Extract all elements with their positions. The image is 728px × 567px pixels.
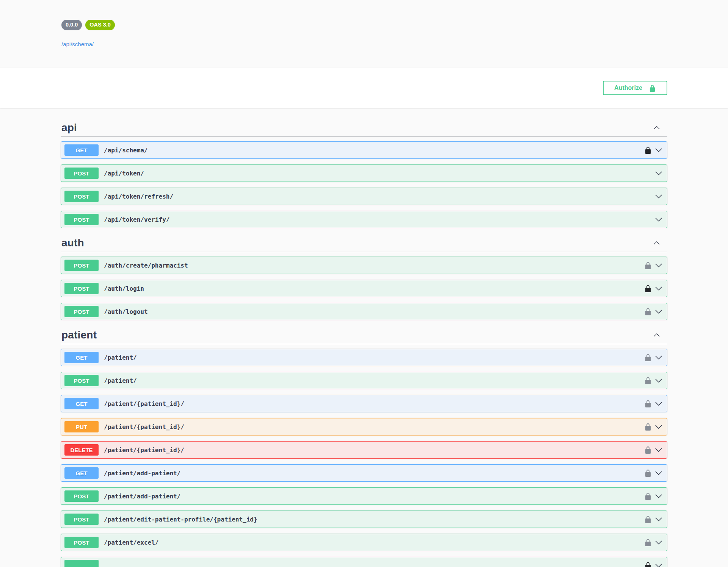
operations: GET /api/schema/ POST /api/token/: [61, 137, 667, 228]
row-controls: [644, 261, 667, 270]
lock-icon[interactable]: [644, 446, 652, 454]
chevron-down-icon: [654, 376, 663, 385]
chevron-down-icon: [654, 169, 663, 178]
chevron-down-icon: [654, 307, 663, 316]
method-badge: POST: [64, 191, 99, 202]
api-sections: api GET /api/schema/: [61, 108, 667, 567]
lock-icon[interactable]: [644, 469, 652, 477]
chevron-down-icon: [654, 146, 663, 155]
endpoint-path: /patient/: [104, 377, 137, 384]
operation-row[interactable]: GET /patient/: [61, 349, 667, 366]
endpoint-path: /auth/create/pharmacist: [104, 262, 188, 269]
operation-row[interactable]: GET /patient/add-patient/: [61, 464, 667, 482]
operation-row[interactable]: DELETE /patient/{patient_id}/: [61, 441, 667, 459]
row-controls: [654, 169, 667, 178]
section-title: api: [61, 122, 77, 134]
operations: GET /patient/ POST /patient/: [61, 344, 667, 567]
method-badge: [64, 560, 99, 567]
lock-icon[interactable]: [644, 539, 652, 546]
endpoint-path: /api/schema/: [104, 147, 148, 154]
lock-icon[interactable]: [644, 562, 652, 567]
row-controls: [644, 353, 667, 362]
method-badge: POST: [64, 283, 99, 294]
chevron-down-icon: [654, 515, 663, 524]
endpoint-path: /api/token/: [104, 170, 144, 177]
operation-row[interactable]: POST /patient/: [61, 372, 667, 389]
authorize-label: Authorize: [614, 85, 642, 91]
lock-icon[interactable]: [644, 515, 652, 523]
collapse-chevron-icon: [653, 239, 661, 247]
lock-icon[interactable]: [644, 400, 652, 407]
row-controls: [654, 215, 667, 224]
method-badge: GET: [64, 352, 99, 363]
method-badge: POST: [64, 214, 99, 225]
lock-icon[interactable]: [644, 377, 652, 384]
schema-link[interactable]: /api/schema/: [61, 41, 94, 47]
row-controls: [654, 192, 667, 201]
method-badge: POST: [64, 168, 99, 179]
lock-icon[interactable]: [644, 354, 652, 361]
operation-row[interactable]: POST /api/token/refresh/: [61, 188, 667, 205]
lock-icon[interactable]: [644, 285, 652, 292]
operation-row[interactable]: POST /api/token/: [61, 164, 667, 182]
endpoint-path: /api/token/refresh/: [104, 193, 173, 200]
method-badge: GET: [64, 144, 99, 156]
tag-section: auth POST /auth/create/pharmacist: [61, 234, 667, 320]
chevron-down-icon: [654, 353, 663, 362]
lock-icon[interactable]: [644, 492, 652, 500]
row-controls: [644, 445, 667, 454]
chevron-down-icon: [654, 445, 663, 454]
lock-icon[interactable]: [644, 308, 652, 315]
row-controls: [644, 399, 667, 408]
operations: POST /auth/create/pharmacist POST /auth/…: [61, 252, 667, 320]
operation-row[interactable]: POST /auth/logout: [61, 303, 667, 320]
lock-icon[interactable]: [644, 262, 652, 269]
endpoint-path: /patient/add-patient/: [104, 470, 180, 477]
section-header-auth[interactable]: auth: [61, 234, 667, 252]
section-header-api[interactable]: api: [61, 119, 667, 137]
chevron-down-icon: [654, 261, 663, 270]
row-controls: [644, 492, 667, 501]
chevron-down-icon: [654, 215, 663, 224]
endpoint-path: /patient/excel/: [104, 539, 159, 546]
version-badge: 0.0.0: [61, 20, 82, 30]
chevron-down-icon: [654, 284, 663, 293]
endpoint-path: /patient/{patient_id}/: [104, 400, 184, 407]
operation-row[interactable]: POST /patient/edit-patient-profile/{pati…: [61, 511, 667, 528]
row-controls: [644, 468, 667, 478]
method-badge: GET: [64, 398, 99, 409]
operation-row[interactable]: [61, 557, 667, 567]
authorize-button[interactable]: Authorize: [603, 81, 667, 95]
operation-row[interactable]: POST /auth/create/pharmacist: [61, 257, 667, 274]
operation-row[interactable]: GET /api/schema/: [61, 141, 667, 159]
chevron-down-icon: [654, 561, 663, 567]
method-badge: POST: [64, 375, 99, 386]
row-controls: [644, 146, 667, 155]
operation-row[interactable]: GET /patient/{patient_id}/: [61, 395, 667, 412]
oas-badge: OAS 3.0: [85, 20, 115, 30]
chevron-down-icon: [654, 422, 663, 431]
section-header-patient[interactable]: patient: [61, 326, 667, 344]
operation-row[interactable]: POST /api/token/verify/: [61, 211, 667, 228]
row-controls: [644, 422, 667, 431]
operation-row[interactable]: POST /patient/excel/: [61, 534, 667, 551]
method-badge: POST: [64, 490, 99, 502]
method-badge: GET: [64, 467, 99, 479]
endpoint-path: /patient/: [104, 354, 137, 361]
endpoint-path: /patient/{patient_id}/: [104, 423, 184, 431]
row-controls: [644, 538, 667, 547]
scheme-bar: Authorize: [0, 68, 728, 108]
version-badges: 0.0.0 OAS 3.0: [61, 20, 728, 30]
method-badge: POST: [64, 537, 99, 548]
lock-icon[interactable]: [644, 146, 652, 154]
lock-icon[interactable]: [644, 423, 652, 431]
chevron-down-icon: [654, 192, 663, 201]
operation-row[interactable]: POST /auth/login: [61, 280, 667, 297]
chevron-down-icon: [654, 492, 663, 501]
row-controls: [644, 561, 667, 567]
info-section: 0.0.0 OAS 3.0 /api/schema/: [0, 0, 728, 68]
operation-row[interactable]: POST /patient/add-patient/: [61, 487, 667, 505]
collapse-chevron-icon: [653, 331, 661, 339]
endpoint-path: /patient/edit-patient-profile/{patient_i…: [104, 516, 257, 523]
operation-row[interactable]: PUT /patient/{patient_id}/: [61, 418, 667, 435]
